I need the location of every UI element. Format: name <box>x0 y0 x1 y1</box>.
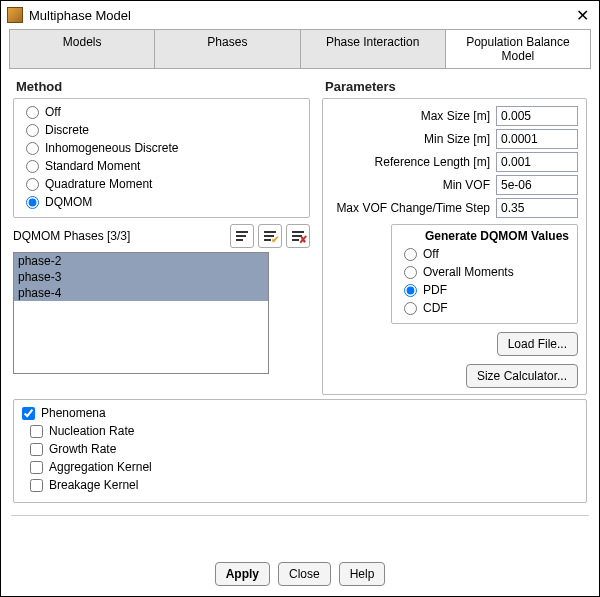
min-vof-input[interactable] <box>496 175 578 195</box>
size-calculator-button[interactable]: Size Calculator... <box>466 364 578 388</box>
dialog-buttons: Apply Close Help <box>1 562 599 586</box>
min-vof-label: Min VOF <box>331 178 496 192</box>
list-item[interactable]: phase-3 <box>14 269 268 285</box>
dqmom-phases-list[interactable]: phase-2 phase-3 phase-4 <box>13 252 269 374</box>
load-file-button[interactable]: Load File... <box>497 332 578 356</box>
max-vof-change-input[interactable] <box>496 198 578 218</box>
aggregation-kernel-check[interactable]: Aggregation Kernel <box>22 458 578 476</box>
list-select-all-icon[interactable]: ✔ <box>258 224 282 248</box>
separator <box>11 515 589 516</box>
parameters-group: Max Size [m] Min Size [m] Reference Leng… <box>322 98 587 395</box>
tab-phases[interactable]: Phases <box>155 30 300 68</box>
tab-bar: Models Phases Phase Interaction Populati… <box>9 29 591 69</box>
breakage-kernel-check[interactable]: Breakage Kernel <box>22 476 578 494</box>
help-button[interactable]: Help <box>339 562 386 586</box>
list-item[interactable]: phase-2 <box>14 253 268 269</box>
title-bar: Multiphase Model ✕ <box>1 1 599 29</box>
method-dqmom[interactable]: DQMOM <box>22 193 301 211</box>
reference-length-input[interactable] <box>496 152 578 172</box>
reference-length-label: Reference Length [m] <box>331 155 496 169</box>
phenomena-toggle[interactable]: Phenomena <box>22 404 578 422</box>
close-icon[interactable]: ✕ <box>572 6 593 25</box>
window-title: Multiphase Model <box>29 8 131 23</box>
generate-title: Generate DQMOM Values <box>400 229 569 243</box>
min-size-input[interactable] <box>496 129 578 149</box>
tab-models[interactable]: Models <box>10 30 155 68</box>
method-discrete[interactable]: Discrete <box>22 121 301 139</box>
max-size-label: Max Size [m] <box>331 109 496 123</box>
phenomena-group: Phenomena Nucleation Rate Growth Rate Ag… <box>13 399 587 503</box>
max-size-input[interactable] <box>496 106 578 126</box>
list-sort-icon[interactable] <box>230 224 254 248</box>
generate-overall-moments[interactable]: Overall Moments <box>400 263 569 281</box>
tab-population-balance-model[interactable]: Population Balance Model <box>446 30 590 68</box>
dqmom-phases-label: DQMOM Phases [3/3] <box>13 229 130 243</box>
list-item[interactable]: phase-4 <box>14 285 268 301</box>
growth-rate-check[interactable]: Growth Rate <box>22 440 578 458</box>
generate-off[interactable]: Off <box>400 245 569 263</box>
close-button[interactable]: Close <box>278 562 331 586</box>
max-vof-change-label: Max VOF Change/Time Step <box>331 201 496 215</box>
generate-pdf[interactable]: PDF <box>400 281 569 299</box>
app-icon <box>7 7 23 23</box>
list-deselect-all-icon[interactable]: ✘ <box>286 224 310 248</box>
nucleation-rate-check[interactable]: Nucleation Rate <box>22 422 578 440</box>
generate-cdf[interactable]: CDF <box>400 299 569 317</box>
method-group: Off Discrete Inhomogeneous Discrete Stan… <box>13 98 310 218</box>
min-size-label: Min Size [m] <box>331 132 496 146</box>
generate-dqmom-group: Generate DQMOM Values Off Overall Moment… <box>391 224 578 324</box>
tab-phase-interaction[interactable]: Phase Interaction <box>301 30 446 68</box>
method-title: Method <box>13 79 310 94</box>
method-inhomogeneous-discrete[interactable]: Inhomogeneous Discrete <box>22 139 301 157</box>
method-quadrature-moment[interactable]: Quadrature Moment <box>22 175 301 193</box>
method-off[interactable]: Off <box>22 103 301 121</box>
method-standard-moment[interactable]: Standard Moment <box>22 157 301 175</box>
parameters-title: Parameters <box>322 79 587 94</box>
apply-button[interactable]: Apply <box>215 562 270 586</box>
